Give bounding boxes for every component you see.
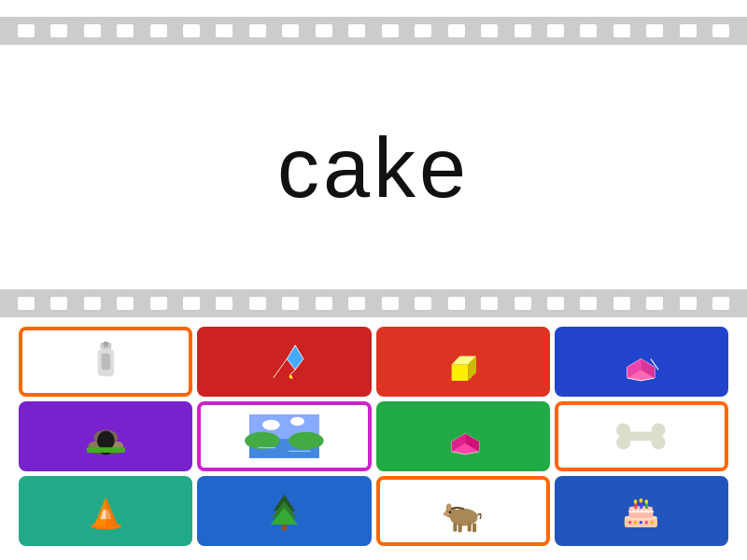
svg-rect-51 xyxy=(468,523,472,531)
svg-point-68 xyxy=(628,521,632,525)
kite-icon xyxy=(226,340,343,384)
word-display: cake xyxy=(0,75,747,261)
svg-line-5 xyxy=(289,370,295,375)
film-hole xyxy=(382,24,399,37)
film-hole xyxy=(183,297,200,310)
film-hole xyxy=(448,297,465,310)
film-hole xyxy=(282,24,299,37)
card-cave[interactable] xyxy=(19,401,192,471)
card-donkey[interactable] xyxy=(376,476,550,546)
svg-rect-52 xyxy=(472,524,476,532)
card-blue-box[interactable] xyxy=(555,327,728,397)
film-hole xyxy=(150,297,167,310)
blue-box-icon xyxy=(583,340,699,384)
bone-icon xyxy=(583,414,699,458)
svg-point-66 xyxy=(640,498,643,503)
svg-point-55 xyxy=(448,505,451,511)
film-hole xyxy=(382,297,399,310)
cone-icon xyxy=(48,489,164,533)
film-hole xyxy=(249,24,266,37)
film-hole xyxy=(348,24,365,37)
film-hole xyxy=(613,24,630,37)
film-hole xyxy=(415,24,431,37)
yellow-cube-icon xyxy=(404,340,521,384)
card-yellow-cube[interactable] xyxy=(376,327,550,397)
film-hole xyxy=(50,297,67,310)
cake-icon xyxy=(583,489,699,533)
film-hole xyxy=(84,24,101,37)
film-hole xyxy=(580,24,597,37)
film-hole xyxy=(117,297,134,310)
svg-point-67 xyxy=(645,499,649,504)
card-cone[interactable] xyxy=(19,476,192,546)
svg-point-57 xyxy=(444,512,450,516)
card-pink-cube[interactable] xyxy=(376,401,550,471)
film-hole xyxy=(18,24,35,37)
film-hole xyxy=(514,297,531,310)
film-hole xyxy=(50,24,67,37)
glue-bottle-icon xyxy=(48,340,164,384)
svg-marker-9 xyxy=(452,364,469,381)
film-strip-top xyxy=(0,17,747,45)
cards-grid xyxy=(19,327,728,546)
film-hole xyxy=(712,24,729,37)
svg-point-3 xyxy=(103,342,108,347)
svg-marker-4 xyxy=(287,345,303,370)
film-hole xyxy=(481,297,498,310)
card-cake[interactable] xyxy=(555,476,728,546)
film-hole xyxy=(514,24,531,37)
svg-point-71 xyxy=(645,521,649,525)
film-hole xyxy=(712,297,729,310)
svg-line-8 xyxy=(274,359,288,379)
film-hole xyxy=(183,24,200,37)
svg-point-28 xyxy=(290,417,304,426)
svg-rect-50 xyxy=(458,524,462,532)
film-hole xyxy=(216,297,233,310)
film-hole xyxy=(316,24,332,37)
card-kite[interactable] xyxy=(197,327,371,397)
svg-rect-22 xyxy=(87,447,125,453)
svg-point-7 xyxy=(289,375,293,379)
film-hole xyxy=(680,297,697,310)
film-hole xyxy=(613,297,630,310)
film-hole xyxy=(84,297,101,310)
svg-rect-2 xyxy=(101,354,109,371)
svg-marker-43 xyxy=(106,497,118,526)
film-hole xyxy=(646,297,663,310)
svg-point-27 xyxy=(262,420,280,430)
film-hole xyxy=(316,297,332,310)
pink-cube-icon xyxy=(404,414,521,458)
film-hole xyxy=(216,24,233,37)
film-hole xyxy=(415,297,431,310)
film-hole xyxy=(580,297,597,310)
svg-point-26 xyxy=(289,432,324,450)
film-hole xyxy=(547,297,564,310)
donkey-icon xyxy=(404,489,521,533)
film-hole xyxy=(18,297,35,310)
card-bone[interactable] xyxy=(555,401,728,471)
film-hole xyxy=(348,297,365,310)
film-hole xyxy=(117,24,134,37)
card-glue-bottle[interactable] xyxy=(19,327,192,397)
film-hole xyxy=(448,24,465,37)
tree-icon xyxy=(226,489,343,533)
card-tree[interactable] xyxy=(197,476,371,546)
svg-point-70 xyxy=(640,521,643,525)
svg-rect-39 xyxy=(624,432,659,441)
film-strip-bottom xyxy=(0,289,747,317)
card-lake[interactable] xyxy=(197,401,371,471)
svg-point-69 xyxy=(634,521,638,525)
svg-point-25 xyxy=(245,432,280,450)
svg-point-56 xyxy=(449,511,452,513)
lake-icon xyxy=(226,414,343,458)
film-hole xyxy=(249,297,266,310)
film-hole xyxy=(481,24,498,37)
film-hole xyxy=(646,24,663,37)
svg-point-72 xyxy=(651,521,655,525)
cave-icon xyxy=(48,414,164,458)
word-text: cake xyxy=(277,120,470,217)
svg-point-65 xyxy=(634,499,638,504)
film-hole xyxy=(547,24,564,37)
film-hole xyxy=(680,24,697,37)
film-hole xyxy=(282,297,299,310)
